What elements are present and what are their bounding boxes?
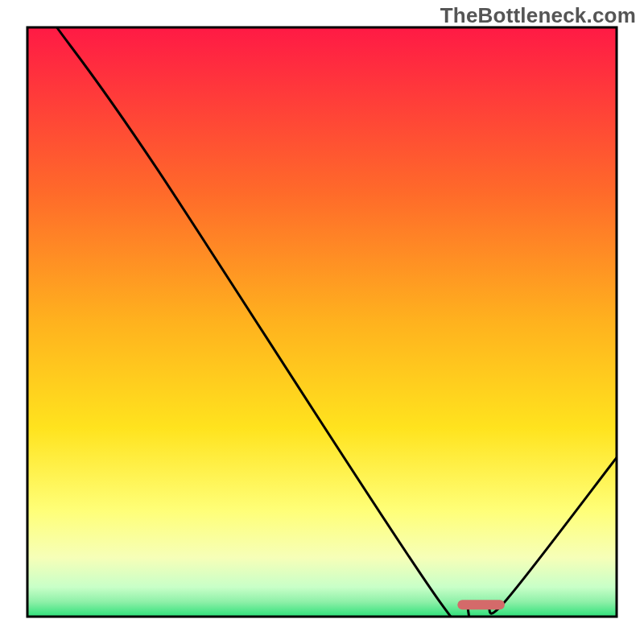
watermark-text: TheBottleneck.com (440, 3, 636, 28)
optimum-marker (457, 600, 505, 609)
plot-background (27, 27, 617, 617)
chart-svg (0, 0, 644, 644)
